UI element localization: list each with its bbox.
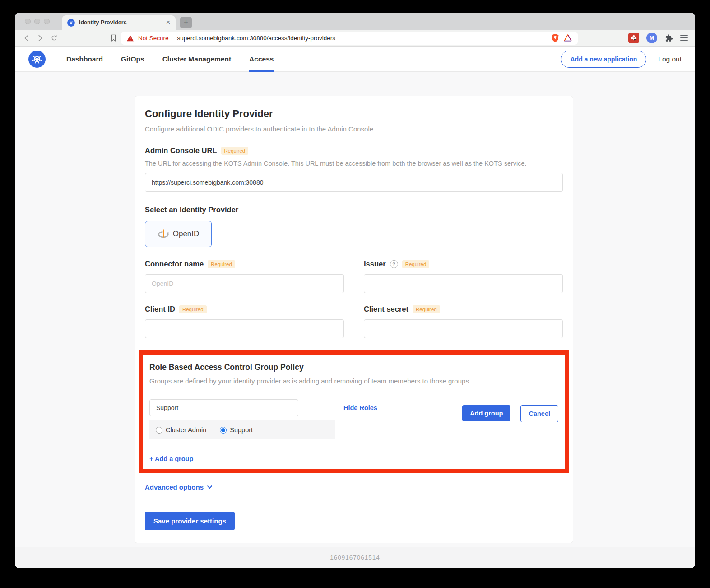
role-radio-cluster-admin[interactable]: Cluster Admin xyxy=(156,426,206,434)
zoom-window-button[interactable] xyxy=(44,19,50,24)
issuer-input[interactable] xyxy=(364,274,563,293)
openid-provider-button[interactable]: OpenID xyxy=(145,221,212,247)
role-radio-support[interactable]: Support xyxy=(220,426,253,434)
add-new-application-button[interactable]: Add a new application xyxy=(561,51,646,68)
page-title: Configure Identity Provider xyxy=(145,108,563,120)
footer-timestamp: 1609167061514 xyxy=(330,554,380,561)
nav-item-cluster-management[interactable]: Cluster Management xyxy=(162,47,231,72)
forward-icon[interactable] xyxy=(36,35,45,42)
address-bar-divider xyxy=(173,34,173,42)
client-secret-label: Client secret xyxy=(364,305,408,313)
back-icon[interactable] xyxy=(22,35,31,42)
connector-name-label: Connector name xyxy=(145,260,204,268)
window-controls[interactable] xyxy=(25,19,50,24)
rbac-description: Groups are defined by your identity prov… xyxy=(149,377,558,385)
nav-item-access[interactable]: Access xyxy=(249,47,274,72)
admin-console-url-description: The URL for accessing the KOTS Admin Con… xyxy=(145,160,563,167)
nav-item-dashboard[interactable]: Dashboard xyxy=(66,47,103,72)
page-subtitle: Configure additional ODIC providers to a… xyxy=(145,125,563,133)
connector-name-input[interactable] xyxy=(145,274,344,293)
group-name-input[interactable] xyxy=(149,399,298,416)
add-group-button[interactable]: Add group xyxy=(462,405,510,421)
required-badge: Required xyxy=(221,147,249,155)
minimize-window-button[interactable] xyxy=(34,19,40,24)
nav-item-gitops[interactable]: GitOps xyxy=(121,47,144,72)
radio-icon[interactable] xyxy=(156,427,162,434)
client-id-label: Client ID xyxy=(145,305,175,313)
required-badge: Required xyxy=(413,305,440,313)
browser-toolbar: Not Secure superci.somebigbank.com:30880… xyxy=(15,30,695,47)
app-navigation: Dashboard GitOps Cluster Management Acce… xyxy=(15,47,695,72)
bat-rewards-icon[interactable] xyxy=(563,34,572,42)
browser-tab[interactable]: Identity Providers × xyxy=(62,15,176,30)
divider xyxy=(149,392,558,392)
tab-title: Identity Providers xyxy=(79,19,162,26)
kubernetes-favicon-icon xyxy=(67,19,75,27)
adblock-extension-icon[interactable] xyxy=(628,33,639,43)
brave-shield-icon[interactable] xyxy=(551,33,559,42)
required-badge: Required xyxy=(208,260,235,268)
required-badge: Required xyxy=(179,305,207,313)
radio-icon[interactable] xyxy=(220,427,227,434)
add-a-group-link[interactable]: + Add a group xyxy=(149,455,558,462)
browser-tab-bar: Identity Providers × + xyxy=(15,13,695,30)
page-footer: 1609167061514 xyxy=(15,547,695,568)
hide-roles-link[interactable]: Hide Roles xyxy=(343,399,377,416)
client-secret-input[interactable] xyxy=(364,319,563,338)
kubernetes-logo-icon xyxy=(28,51,46,68)
url-text[interactable]: superci.somebigbank.com:30880/access/ide… xyxy=(177,35,543,42)
divider xyxy=(149,447,558,447)
rbac-title: Role Based Access Control Group Policy xyxy=(149,363,558,372)
openid-provider-label: OpenID xyxy=(173,229,200,238)
not-secure-label[interactable]: Not Secure xyxy=(138,35,169,42)
extensions-puzzle-icon[interactable] xyxy=(664,34,673,42)
openid-logo-icon xyxy=(158,228,169,240)
select-identity-provider-label: Select an Identity Provider xyxy=(145,205,238,214)
menu-icon[interactable] xyxy=(680,34,688,42)
admin-console-url-input[interactable] xyxy=(145,173,563,192)
close-window-button[interactable] xyxy=(25,19,31,24)
configure-identity-provider-card: Configure Identity Provider Configure ad… xyxy=(135,96,573,543)
warning-triangle-icon xyxy=(126,35,134,42)
role-radio-group: Cluster Admin Support xyxy=(149,420,335,439)
required-badge: Required xyxy=(402,260,430,268)
rbac-highlight-region: Role Based Access Control Group Policy G… xyxy=(139,350,569,473)
extension-area: M xyxy=(628,33,688,43)
chevron-down-icon xyxy=(207,485,213,489)
profile-avatar[interactable]: M xyxy=(646,33,657,43)
address-bar-divider xyxy=(547,34,547,42)
cancel-button[interactable]: Cancel xyxy=(520,405,558,422)
bookmark-icon[interactable] xyxy=(111,34,116,42)
browser-window: Identity Providers × + Not Secure superc… xyxy=(15,13,695,568)
page-body: Configure Identity Provider Configure ad… xyxy=(15,72,695,568)
admin-console-url-label: Admin Console URL xyxy=(145,146,217,155)
client-id-input[interactable] xyxy=(145,319,344,338)
issuer-label: Issuer xyxy=(364,260,386,268)
new-tab-button[interactable]: + xyxy=(180,17,192,28)
reload-icon[interactable] xyxy=(50,34,58,42)
tab-close-icon[interactable]: × xyxy=(166,19,170,26)
save-provider-settings-button[interactable]: Save provider settings xyxy=(145,512,235,530)
logout-link[interactable]: Log out xyxy=(658,55,682,63)
address-bar[interactable]: Not Secure superci.somebigbank.com:30880… xyxy=(121,32,578,45)
issuer-help-icon[interactable]: ? xyxy=(390,260,398,268)
advanced-options-link[interactable]: Advanced options xyxy=(145,483,563,491)
